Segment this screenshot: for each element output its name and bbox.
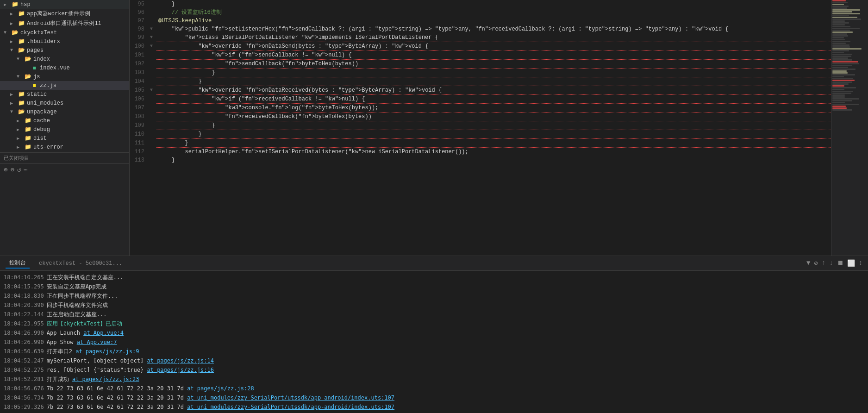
line-number-112: 112 — [130, 148, 150, 156]
code-line-111: 111 } — [130, 139, 831, 148]
toolbar-remove-icon[interactable]: ⊖ — [10, 166, 14, 174]
sidebar-item-hbuilderx[interactable]: ▶📁.hbuilderx — [0, 37, 129, 46]
main-container: ▶📁hsp▶📁app离器worker插件示例▶📁Android串口通讯插件示例1… — [0, 0, 868, 256]
minimap-line — [832, 39, 845, 40]
code-line-112: 112 serialPortHelper."fn">setISerialPort… — [130, 148, 831, 156]
log-link[interactable]: at uni_modules/zzy-SerialPort/utssdk/app… — [187, 394, 394, 401]
sidebar-arrow-js: ▼ — [17, 74, 24, 79]
fold-btn-98[interactable]: ▼ — [150, 25, 156, 33]
code-content-112: serialPortHelper."fn">setISerialPortData… — [156, 148, 831, 156]
toolbar-more-icon[interactable]: ⋯ — [24, 166, 27, 174]
sidebar-item-hsp[interactable]: ▶📁hsp — [0, 0, 129, 9]
sidebar-item-uni_modules[interactable]: ▶📁uni_modules — [0, 99, 129, 107]
toolbar-add-icon[interactable]: ⊕ — [4, 166, 7, 174]
console-filter-icon[interactable]: ▼ — [806, 259, 810, 267]
log-link[interactable]: at pages/js/zz.js:9 — [75, 348, 139, 355]
sidebar-item-dist[interactable]: ▶📁dist — [0, 134, 129, 143]
minimap-line — [832, 83, 849, 85]
minimap-line — [832, 37, 844, 38]
log-line: 18:04:52.281打开成功 at pages/js/zz.js:23 — [4, 375, 864, 384]
minimap — [831, 0, 868, 256]
code-line-106: 106 "kw">if ("fn">receivedCallback != "k… — [130, 95, 831, 104]
code-content-97: @UTSJS.keepAlive — [156, 17, 831, 25]
line-number-97: 97 — [130, 17, 150, 25]
line-number-104: 104 — [130, 77, 150, 86]
log-link[interactable]: at pages/js/zz.js:23 — [72, 376, 139, 382]
minimap-line — [832, 109, 852, 111]
minimap-line — [832, 54, 852, 55]
minimap-line — [832, 81, 852, 83]
sidebar-item-debug[interactable]: ▶📁debug — [0, 125, 129, 134]
sidebar-label-index-vue: index.vue — [40, 65, 70, 71]
console-clear-icon[interactable]: ⊘ — [814, 259, 818, 267]
code-area[interactable]: 95 }96 // 设置监听16进制97@UTSJS.keepAlive98▼ … — [130, 0, 831, 256]
sidebar-item-static[interactable]: ▶📁static — [0, 90, 129, 99]
toolbar-refresh-icon[interactable]: ↺ — [17, 166, 21, 174]
console-up-icon[interactable]: ↑ — [822, 259, 825, 267]
sidebar-item-js[interactable]: ▼📂js — [0, 72, 129, 81]
minimap-line — [832, 56, 851, 57]
line-number-105: 105 — [130, 86, 150, 94]
console-body[interactable]: 18:04:10.265正在安装手机端自定义基座... 18:04:15.295… — [0, 271, 868, 413]
line-number-102: 102 — [130, 60, 150, 68]
fold-btn-99[interactable]: ▼ — [150, 33, 156, 42]
line-number-98: 98 — [130, 25, 150, 33]
minimap-line — [832, 6, 849, 7]
sidebar-item-android-serial[interactable]: ▶📁Android串口通讯插件示例11 — [0, 19, 129, 28]
code-line-105: 105▼ "kw">override "fn">onDataReceived(b… — [130, 86, 831, 95]
console-collapse-icon[interactable]: ↕ — [859, 259, 862, 267]
sidebar-icon-cache: 📁 — [24, 117, 31, 124]
log-line: 18:04:20.390同步手机端程序文件完成 — [4, 300, 864, 310]
log-link[interactable]: at App.vue:4 — [83, 330, 124, 336]
sidebar-item-index[interactable]: ▼📂index — [0, 55, 129, 63]
sidebar-item-index-vue[interactable]: ◼index.vue — [0, 63, 129, 72]
fold-btn-100[interactable]: ▼ — [150, 42, 156, 50]
code-editor: 95 }96 // 设置监听16进制97@UTSJS.keepAlive98▼ … — [130, 0, 831, 256]
sidebar-arrow-cache: ▶ — [17, 118, 24, 124]
sidebar-arrow-uni_modules: ▶ — [10, 100, 18, 106]
sidebar-item-pages[interactable]: ▼📂pages — [0, 46, 129, 55]
minimap-line — [832, 106, 846, 107]
console-panel: 控制台 ckycktxTest - 5c000c31... ▼ ⊘ ↑ ↓ ⏹ … — [0, 256, 868, 413]
minimap-line — [832, 33, 847, 35]
sidebar-item-cache[interactable]: ▶📁cache — [0, 116, 129, 125]
sidebar-item-unpackage[interactable]: ▼📂unpackage — [0, 107, 129, 116]
log-link[interactable]: at pages/js/zz.js:14 — [147, 357, 214, 364]
sidebar-arrow-unpackage: ▼ — [10, 109, 18, 114]
sidebar-item-uts-error[interactable]: ▶📁uts-error — [0, 143, 129, 151]
sidebar-toolbar: ⊕ ⊖ ↺ ⋯ — [0, 163, 129, 175]
code-content-98: "kw">public "fn">setListenerHex("fn">sen… — [156, 25, 831, 33]
sidebar-arrow-android-serial: ▶ — [10, 21, 18, 26]
sidebar-icon-hbuilderx: 📁 — [18, 38, 25, 45]
log-link[interactable]: at uni_modules/zzy-SerialPort/utssdk/app… — [187, 404, 394, 410]
log-link[interactable]: at pages/js/zz.js:28 — [187, 385, 254, 392]
log-line: 18:05:29.3267b 22 73 63 61 6e 42 61 72 2… — [4, 402, 864, 412]
console-expand-icon[interactable]: ⬜ — [847, 259, 855, 267]
console-stop-icon[interactable]: ⏹ — [837, 259, 843, 267]
log-link[interactable]: at App.vue:7 — [77, 339, 117, 345]
sidebar-label-uni_modules: uni_modules — [27, 100, 63, 106]
fold-btn-105[interactable]: ▼ — [150, 86, 156, 94]
code-line-96: 96 // 设置监听16进制 — [130, 8, 831, 17]
sidebar-arrow-debug: ▶ — [17, 127, 24, 132]
code-content-103: } — [156, 69, 831, 77]
line-number-96: 96 — [130, 8, 150, 17]
code-line-102: 102 "fn">sendCallback("fn">byteToHex(byt… — [130, 60, 831, 69]
line-number-101: 101 — [130, 51, 150, 59]
sidebar-item-zz-js[interactable]: ◼zz.js — [0, 81, 129, 90]
minimap-line — [832, 31, 853, 33]
sidebar-item-appworker[interactable]: ▶📁app离器worker插件示例 — [0, 9, 129, 19]
log-time: 18:04:10.265 — [4, 274, 44, 281]
sidebar-arrow-appworker: ▶ — [10, 11, 18, 17]
log-link[interactable]: at pages/js/zz.js:16 — [147, 367, 214, 373]
code-content-96: // 设置监听16进制 — [156, 8, 831, 17]
sidebar-item-ckycktxTest[interactable]: ▼📂ckycktxTest — [0, 28, 129, 37]
sidebar-arrow-uts-error: ▶ — [17, 144, 24, 150]
line-number-99: 99 — [130, 33, 150, 42]
code-content-99: "kw">class iSerialPortDataListener "kw">… — [156, 33, 831, 42]
console-tab[interactable]: 控制台 — [6, 258, 30, 269]
log-time: 18:04:20.390 — [4, 302, 44, 308]
log-time: 18:04:23.955 — [4, 320, 44, 327]
console-down-icon[interactable]: ↓ — [829, 259, 833, 267]
log-line: 18:04:52.275res, [Object] {"status":true… — [4, 365, 864, 375]
